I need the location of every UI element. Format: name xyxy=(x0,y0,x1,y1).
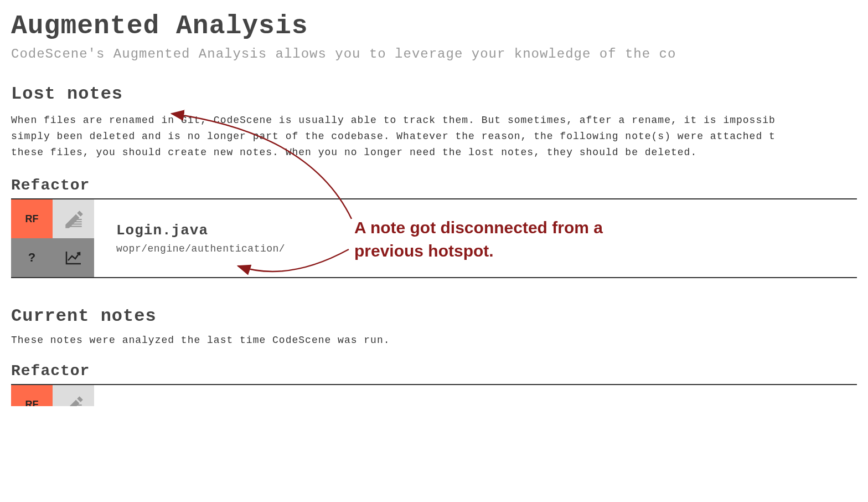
chart-button[interactable] xyxy=(53,238,94,277)
current-note-card-partial: RF xyxy=(11,384,857,406)
edit-icon xyxy=(62,207,85,230)
chart-icon xyxy=(65,250,82,265)
current-notes-description: These notes were analyzed the last time … xyxy=(11,335,857,346)
note-info: Login.java wopr/engine/authentication/ xyxy=(94,199,307,277)
page-subtitle: CodeScene's Augmented Analysis allows yo… xyxy=(11,47,857,62)
file-path: wopr/engine/authentication/ xyxy=(116,243,285,254)
lost-note-card: RF ? Login.java wopr/engine/authenticati… xyxy=(11,198,857,278)
page-title: Augmented Analysis xyxy=(11,11,857,41)
edit-icon xyxy=(62,393,85,406)
file-name: Login.java xyxy=(116,222,285,239)
edit-button[interactable] xyxy=(53,385,94,406)
description-line: When files are renamed in Git, CodeScene… xyxy=(11,115,776,126)
description-line: simply been deleted and is no longer par… xyxy=(11,131,776,142)
edit-button[interactable] xyxy=(53,199,94,238)
rf-badge[interactable]: RF xyxy=(11,199,53,238)
rf-badge[interactable]: RF xyxy=(11,385,53,406)
help-button[interactable]: ? xyxy=(11,238,53,277)
current-notes-heading: Current notes xyxy=(11,306,857,326)
lost-notes-heading: Lost notes xyxy=(11,84,857,104)
lost-notes-description: When files are renamed in Git, CodeScene… xyxy=(11,112,857,160)
refactor-subheading: Refactor xyxy=(11,177,857,194)
current-refactor-subheading: Refactor xyxy=(11,362,857,380)
note-icons-grid: RF ? xyxy=(11,199,94,277)
note-icons-grid: RF xyxy=(11,385,94,406)
description-line: these files, you should create new notes… xyxy=(11,147,697,158)
